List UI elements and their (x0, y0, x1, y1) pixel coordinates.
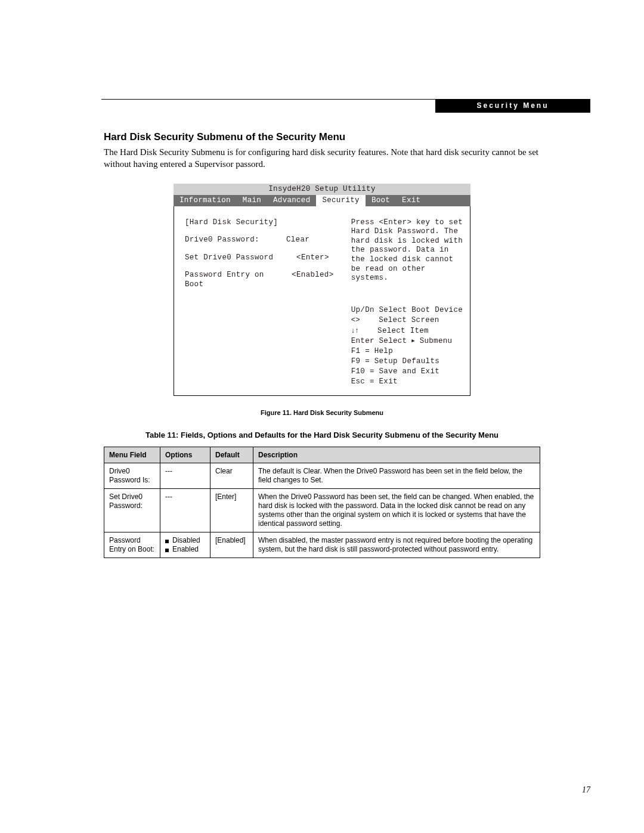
cell-description: When the Drive0 Password has been set, t… (253, 488, 540, 532)
bios-left-pane: [Hard Disk Security] Drive0 Password: Cl… (174, 206, 346, 395)
bios-value: Clear (286, 236, 339, 245)
table-row: Drive0 Password Is: --- Clear The defaul… (104, 463, 540, 488)
bios-tab-exit[interactable]: Exit (396, 195, 426, 206)
bios-tab-boot[interactable]: Boot (366, 195, 396, 206)
bios-utility-title: InsydeH20 Setup Utility (174, 184, 470, 195)
bios-label: Drive0 Password: (185, 236, 286, 245)
bios-row-password-entry-on-boot[interactable]: Password Entry on Boot <Enabled> (185, 271, 339, 289)
bios-nav-line: Enter Select ▶ Submenu (351, 336, 463, 346)
cell-field: Set Drive0 Password: (104, 488, 160, 532)
th-options: Options (160, 447, 210, 463)
section-title: Hard Disk Security Submenu of the Securi… (104, 131, 540, 143)
bios-tab-bar: Information Main Advanced Security Boot … (174, 195, 470, 206)
bios-tab-advanced[interactable]: Advanced (267, 195, 316, 206)
section-intro: The Hard Disk Security Submenu is for co… (104, 147, 540, 171)
cell-options: --- (160, 488, 210, 532)
content-area: Hard Disk Security Submenu of the Securi… (104, 131, 540, 558)
bios-nav-line: <> Select Screen (351, 315, 463, 326)
page-number: 17 (582, 785, 590, 795)
bios-row-drive0-password[interactable]: Drive0 Password: Clear (185, 236, 339, 245)
bios-right-pane: Press <Enter> key to set Hard Disk Passw… (346, 206, 470, 395)
bios-label: Set Drive0 Password (185, 253, 286, 263)
cell-options: --- (160, 463, 210, 488)
bios-nav-block: Up/Dn Select Boot Device <> Select Scree… (351, 305, 463, 387)
bios-tab-information[interactable]: Information (174, 195, 237, 206)
bios-screenshot: InsydeH20 Setup Utility Information Main… (174, 184, 470, 396)
bios-tab-main[interactable]: Main (237, 195, 267, 206)
bios-value: <Enter> (286, 253, 339, 263)
table-row: Password Entry on Boot: Disabled Enabled… (104, 532, 540, 558)
bios-label: Password Entry on Boot (185, 271, 286, 289)
th-description: Description (253, 447, 540, 463)
bios-body: [Hard Disk Security] Drive0 Password: Cl… (174, 206, 470, 396)
bios-help-text: Press <Enter> key to set Hard Disk Passw… (351, 218, 463, 283)
cell-field: Drive0 Password Is: (104, 463, 160, 488)
bios-nav-line: Up/Dn Select Boot Device (351, 305, 463, 315)
bios-nav-line: ↓↑ Select Item (351, 326, 463, 336)
cell-default: Clear (210, 463, 253, 488)
bios-value: <Enabled> (286, 271, 339, 289)
section-breadcrumb: Security Menu (435, 99, 590, 113)
cell-default: [Enabled] (210, 532, 253, 558)
bios-nav-line: Esc = Exit (351, 377, 463, 387)
option-enabled: Enabled (165, 545, 205, 554)
bullet-icon (165, 540, 169, 543)
bios-nav-line: F1 = Help (351, 346, 463, 357)
bios-nav-line: F10 = Save and Exit (351, 367, 463, 377)
figure-caption: Figure 11. Hard Disk Security Submenu (104, 409, 540, 416)
bios-tab-security[interactable]: Security (316, 195, 365, 206)
table-title: Table 11: Fields, Options and Defaults f… (104, 431, 540, 439)
th-menu-field: Menu Field (104, 447, 160, 463)
th-default: Default (210, 447, 253, 463)
fields-table: Menu Field Options Default Description D… (104, 447, 540, 558)
option-disabled: Disabled (165, 536, 205, 545)
bios-nav-line: F9 = Setup Defaults (351, 357, 463, 367)
manual-page: Security Menu Hard Disk Security Submenu… (0, 0, 644, 833)
cell-field: Password Entry on Boot: (104, 532, 160, 558)
table-header-row: Menu Field Options Default Description (104, 447, 540, 463)
cell-description: The default is Clear. When the Drive0 Pa… (253, 463, 540, 488)
cell-description: When disabled, the master password entry… (253, 532, 540, 558)
cell-default: [Enter] (210, 488, 253, 532)
cell-options: Disabled Enabled (160, 532, 210, 558)
bios-submenu-heading: [Hard Disk Security] (185, 218, 286, 228)
bullet-icon (165, 549, 169, 552)
table-row: Set Drive0 Password: --- [Enter] When th… (104, 488, 540, 532)
bios-row-set-drive0-password[interactable]: Set Drive0 Password <Enter> (185, 253, 339, 263)
